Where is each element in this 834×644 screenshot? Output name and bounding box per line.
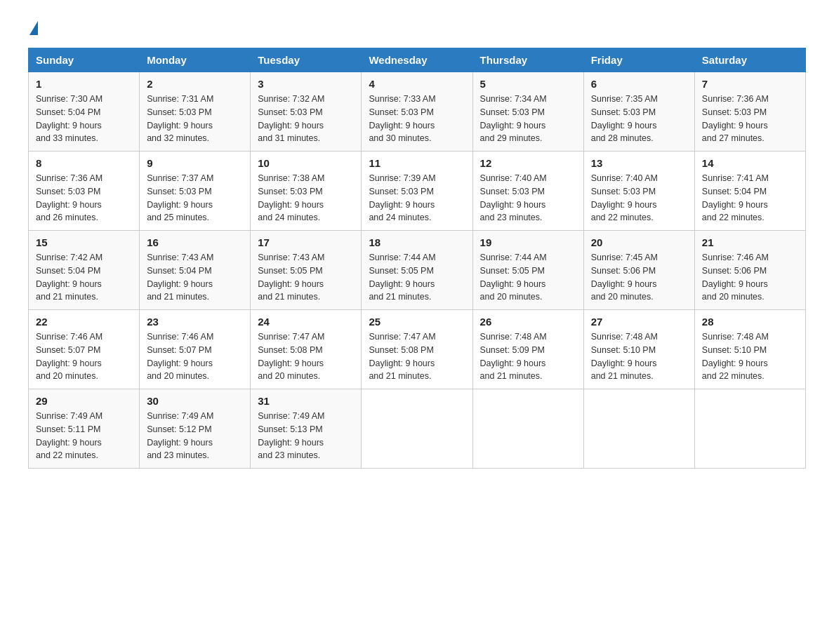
day-number: 14 xyxy=(702,157,798,169)
day-info: Sunrise: 7:35 AMSunset: 5:03 PMDaylight:… xyxy=(591,94,658,143)
col-header-sunday: Sunday xyxy=(29,48,140,72)
calendar-week-row: 22Sunrise: 7:46 AMSunset: 5:07 PMDayligh… xyxy=(29,310,806,389)
day-info: Sunrise: 7:36 AMSunset: 5:03 PMDaylight:… xyxy=(36,173,102,222)
calendar-cell: 30Sunrise: 7:49 AMSunset: 5:12 PMDayligh… xyxy=(140,389,251,469)
day-info: Sunrise: 7:42 AMSunset: 5:04 PMDaylight:… xyxy=(36,253,102,302)
calendar-cell: 23Sunrise: 7:46 AMSunset: 5:07 PMDayligh… xyxy=(140,310,251,389)
day-info: Sunrise: 7:44 AMSunset: 5:05 PMDaylight:… xyxy=(480,253,547,302)
day-number: 30 xyxy=(147,395,243,407)
logo xyxy=(28,21,38,34)
day-number: 29 xyxy=(36,395,132,407)
day-number: 13 xyxy=(591,157,687,169)
day-number: 12 xyxy=(480,157,576,169)
day-info: Sunrise: 7:36 AMSunset: 5:03 PMDaylight:… xyxy=(702,94,769,143)
day-info: Sunrise: 7:48 AMSunset: 5:10 PMDaylight:… xyxy=(591,332,658,381)
day-info: Sunrise: 7:43 AMSunset: 5:04 PMDaylight:… xyxy=(147,253,213,302)
day-number: 28 xyxy=(702,316,798,328)
calendar-cell: 14Sunrise: 7:41 AMSunset: 5:04 PMDayligh… xyxy=(694,152,805,231)
day-info: Sunrise: 7:41 AMSunset: 5:04 PMDaylight:… xyxy=(702,173,769,222)
page-header xyxy=(28,21,806,34)
logo-triangle-icon xyxy=(29,21,38,35)
day-info: Sunrise: 7:33 AMSunset: 5:03 PMDaylight:… xyxy=(369,94,435,143)
day-number: 26 xyxy=(480,316,576,328)
day-info: Sunrise: 7:48 AMSunset: 5:10 PMDaylight:… xyxy=(702,332,769,381)
calendar-cell: 29Sunrise: 7:49 AMSunset: 5:11 PMDayligh… xyxy=(29,389,140,469)
day-number: 2 xyxy=(147,78,243,90)
calendar-week-row: 15Sunrise: 7:42 AMSunset: 5:04 PMDayligh… xyxy=(29,231,806,310)
calendar-cell: 21Sunrise: 7:46 AMSunset: 5:06 PMDayligh… xyxy=(694,231,805,310)
day-number: 10 xyxy=(258,157,354,169)
day-info: Sunrise: 7:49 AMSunset: 5:11 PMDaylight:… xyxy=(36,411,102,460)
col-header-wednesday: Wednesday xyxy=(362,48,472,72)
day-number: 5 xyxy=(480,78,576,90)
calendar-cell: 18Sunrise: 7:44 AMSunset: 5:05 PMDayligh… xyxy=(362,231,472,310)
calendar-header-row: SundayMondayTuesdayWednesdayThursdayFrid… xyxy=(29,48,806,72)
calendar-week-row: 8Sunrise: 7:36 AMSunset: 5:03 PMDaylight… xyxy=(29,152,806,231)
day-number: 3 xyxy=(258,78,354,90)
day-info: Sunrise: 7:40 AMSunset: 5:03 PMDaylight:… xyxy=(480,173,547,222)
day-info: Sunrise: 7:37 AMSunset: 5:03 PMDaylight:… xyxy=(147,173,213,222)
calendar-table: SundayMondayTuesdayWednesdayThursdayFrid… xyxy=(28,48,806,469)
calendar-cell: 22Sunrise: 7:46 AMSunset: 5:07 PMDayligh… xyxy=(29,310,140,389)
calendar-cell: 13Sunrise: 7:40 AMSunset: 5:03 PMDayligh… xyxy=(583,152,694,231)
day-info: Sunrise: 7:49 AMSunset: 5:12 PMDaylight:… xyxy=(147,411,213,460)
col-header-thursday: Thursday xyxy=(472,48,583,72)
day-info: Sunrise: 7:34 AMSunset: 5:03 PMDaylight:… xyxy=(480,94,547,143)
calendar-cell xyxy=(362,389,472,469)
day-number: 17 xyxy=(258,236,354,248)
day-info: Sunrise: 7:46 AMSunset: 5:07 PMDaylight:… xyxy=(36,332,102,381)
day-number: 19 xyxy=(480,236,576,248)
day-number: 8 xyxy=(36,157,132,169)
day-info: Sunrise: 7:31 AMSunset: 5:03 PMDaylight:… xyxy=(147,94,213,143)
day-number: 27 xyxy=(591,316,687,328)
calendar-cell: 19Sunrise: 7:44 AMSunset: 5:05 PMDayligh… xyxy=(472,231,583,310)
col-header-saturday: Saturday xyxy=(694,48,805,72)
col-header-tuesday: Tuesday xyxy=(251,48,362,72)
col-header-monday: Monday xyxy=(140,48,251,72)
calendar-cell: 16Sunrise: 7:43 AMSunset: 5:04 PMDayligh… xyxy=(140,231,251,310)
day-info: Sunrise: 7:30 AMSunset: 5:04 PMDaylight:… xyxy=(36,94,102,143)
day-info: Sunrise: 7:48 AMSunset: 5:09 PMDaylight:… xyxy=(480,332,547,381)
calendar-week-row: 1Sunrise: 7:30 AMSunset: 5:04 PMDaylight… xyxy=(29,72,806,152)
day-number: 31 xyxy=(258,395,354,407)
day-info: Sunrise: 7:40 AMSunset: 5:03 PMDaylight:… xyxy=(591,173,658,222)
calendar-cell: 27Sunrise: 7:48 AMSunset: 5:10 PMDayligh… xyxy=(583,310,694,389)
calendar-cell: 17Sunrise: 7:43 AMSunset: 5:05 PMDayligh… xyxy=(251,231,362,310)
calendar-cell: 24Sunrise: 7:47 AMSunset: 5:08 PMDayligh… xyxy=(251,310,362,389)
day-number: 18 xyxy=(369,236,465,248)
calendar-cell: 8Sunrise: 7:36 AMSunset: 5:03 PMDaylight… xyxy=(29,152,140,231)
calendar-cell: 31Sunrise: 7:49 AMSunset: 5:13 PMDayligh… xyxy=(251,389,362,469)
calendar-cell: 28Sunrise: 7:48 AMSunset: 5:10 PMDayligh… xyxy=(694,310,805,389)
calendar-cell: 1Sunrise: 7:30 AMSunset: 5:04 PMDaylight… xyxy=(29,72,140,152)
day-number: 4 xyxy=(369,78,465,90)
calendar-cell: 2Sunrise: 7:31 AMSunset: 5:03 PMDaylight… xyxy=(140,72,251,152)
calendar-cell: 20Sunrise: 7:45 AMSunset: 5:06 PMDayligh… xyxy=(583,231,694,310)
day-info: Sunrise: 7:43 AMSunset: 5:05 PMDaylight:… xyxy=(258,253,324,302)
day-number: 25 xyxy=(369,316,465,328)
day-info: Sunrise: 7:47 AMSunset: 5:08 PMDaylight:… xyxy=(258,332,324,381)
calendar-cell: 10Sunrise: 7:38 AMSunset: 5:03 PMDayligh… xyxy=(251,152,362,231)
day-info: Sunrise: 7:46 AMSunset: 5:07 PMDaylight:… xyxy=(147,332,213,381)
calendar-cell xyxy=(694,389,805,469)
day-number: 9 xyxy=(147,157,243,169)
day-number: 16 xyxy=(147,236,243,248)
col-header-friday: Friday xyxy=(583,48,694,72)
calendar-cell: 15Sunrise: 7:42 AMSunset: 5:04 PMDayligh… xyxy=(29,231,140,310)
day-info: Sunrise: 7:32 AMSunset: 5:03 PMDaylight:… xyxy=(258,94,324,143)
day-number: 21 xyxy=(702,236,798,248)
day-number: 6 xyxy=(591,78,687,90)
calendar-cell: 4Sunrise: 7:33 AMSunset: 5:03 PMDaylight… xyxy=(362,72,472,152)
calendar-cell: 6Sunrise: 7:35 AMSunset: 5:03 PMDaylight… xyxy=(583,72,694,152)
day-number: 23 xyxy=(147,316,243,328)
day-info: Sunrise: 7:39 AMSunset: 5:03 PMDaylight:… xyxy=(369,173,435,222)
day-info: Sunrise: 7:38 AMSunset: 5:03 PMDaylight:… xyxy=(258,173,324,222)
day-info: Sunrise: 7:49 AMSunset: 5:13 PMDaylight:… xyxy=(258,411,324,460)
day-number: 22 xyxy=(36,316,132,328)
day-number: 1 xyxy=(36,78,132,90)
day-info: Sunrise: 7:46 AMSunset: 5:06 PMDaylight:… xyxy=(702,253,769,302)
calendar-cell xyxy=(472,389,583,469)
calendar-cell: 9Sunrise: 7:37 AMSunset: 5:03 PMDaylight… xyxy=(140,152,251,231)
calendar-week-row: 29Sunrise: 7:49 AMSunset: 5:11 PMDayligh… xyxy=(29,389,806,469)
day-number: 24 xyxy=(258,316,354,328)
day-number: 15 xyxy=(36,236,132,248)
